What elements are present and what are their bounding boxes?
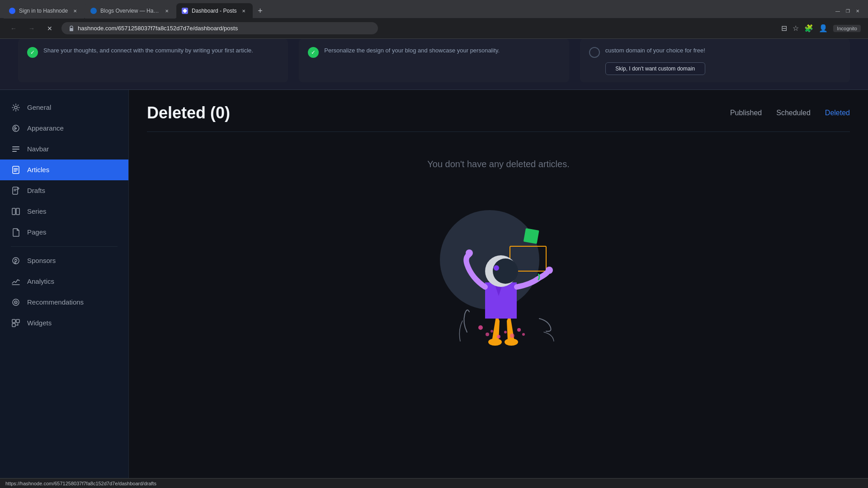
address-bar-icons: ⊟ ☆ 🧩 👤 Incognito (781, 24, 861, 33)
svg-point-30 (486, 333, 489, 336)
sidebar-item-pages[interactable]: Pages (0, 222, 128, 243)
sponsors-icon (11, 256, 21, 266)
appearance-icon (11, 123, 21, 133)
content-area: Deleted (0) Published Scheduled Deleted … (129, 90, 868, 488)
banner-check-1: ✓ (27, 47, 38, 58)
maximize-button[interactable]: ❐ (844, 8, 851, 14)
banner-content-3: custom domain of your choice for free! S… (605, 46, 705, 75)
back-button[interactable]: ← (7, 22, 20, 35)
svg-point-24 (466, 249, 473, 257)
sidebar: General Appearance Navbar (0, 90, 129, 488)
sidebar-item-widgets[interactable]: Widgets (0, 313, 128, 333)
svg-point-15 (15, 302, 16, 303)
tab2-favicon (90, 8, 97, 14)
svg-point-36 (522, 333, 525, 336)
profile-icon[interactable]: 👤 (819, 24, 828, 33)
pages-icon (11, 227, 21, 237)
svg-point-35 (517, 328, 521, 332)
bookmark-icon[interactable]: ☆ (793, 24, 799, 33)
svg-rect-16 (12, 319, 15, 323)
reload-button[interactable]: ✕ (43, 22, 56, 35)
deleted-illustration-svg (426, 188, 571, 350)
tab3-label: Dashboard - Posts (192, 8, 236, 14)
general-icon (11, 103, 21, 113)
window-controls: — ❐ ✕ (835, 8, 864, 14)
browser-tab-2[interactable]: Blogs Overview — Hashnode ✕ (85, 3, 175, 19)
tab2-close[interactable]: ✕ (164, 7, 170, 14)
browser-tabs-bar: Sign in to Hashnode ✕ Blogs Overview — H… (0, 0, 868, 18)
sidebar-label-pages: Pages (27, 228, 47, 236)
page-title: Deleted (0) (147, 103, 230, 122)
widgets-icon (11, 318, 21, 328)
browser-tab-3[interactable]: Dashboard - Posts ✕ (176, 3, 253, 19)
tab3-close[interactable]: ✕ (240, 7, 247, 14)
extensions-icon[interactable]: 🧩 (804, 24, 813, 33)
sidebar-label-widgets: Widgets (27, 319, 52, 327)
forward-button[interactable]: → (25, 22, 38, 35)
url-bar[interactable]: hashnode.com/6571258037f7fa8c152d7d7e/da… (61, 22, 378, 34)
svg-point-31 (491, 330, 493, 333)
svg-rect-10 (12, 208, 15, 215)
browser-chrome: Sign in to Hashnode ✕ Blogs Overview — H… (0, 0, 868, 39)
tab1-label: Sign in to Hashnode (19, 8, 68, 14)
tab2-label: Blogs Overview — Hashnode (100, 8, 160, 14)
svg-point-28 (494, 265, 499, 271)
sidebar-label-series: Series (27, 207, 47, 215)
banner-check-2: ✓ (308, 47, 319, 58)
svg-rect-6 (12, 149, 19, 150)
sidebar-item-articles[interactable]: Articles (0, 160, 128, 180)
svg-point-25 (546, 267, 553, 274)
sidebar-item-recommendations[interactable]: Recommendations (0, 292, 128, 313)
minimize-button[interactable]: — (835, 8, 841, 14)
sidebar-label-general: General (27, 103, 51, 111)
svg-point-22 (488, 338, 502, 346)
svg-rect-5 (12, 146, 19, 147)
sidebar-item-general[interactable]: General (0, 97, 128, 118)
empty-state: You don't have any deleted articles. (147, 150, 850, 350)
svg-rect-18 (12, 324, 15, 327)
svg-rect-11 (16, 208, 19, 215)
sidebar-label-sponsors: Sponsors (27, 257, 56, 264)
incognito-badge: Incognito (833, 25, 861, 32)
new-tab-button[interactable]: + (254, 5, 266, 17)
skip-domain-button[interactable]: Skip, I don't want custom domain (605, 62, 705, 75)
browser-tab-1[interactable]: Sign in to Hashnode ✕ (4, 3, 84, 19)
tab1-close[interactable]: ✕ (71, 7, 79, 14)
page-header: Deleted (0) Published Scheduled Deleted (147, 103, 850, 122)
banner-card-1: ✓ Share your thoughts, and connect with … (18, 39, 288, 82)
drafts-icon (11, 186, 21, 196)
analytics-icon (11, 277, 21, 286)
svg-point-29 (478, 325, 483, 330)
address-bar: ← → ✕ hashnode.com/6571258037f7fa8c152d7… (0, 18, 868, 39)
url-text: hashnode.com/6571258037f7fa8c152d7d7e/da… (78, 25, 238, 32)
banner-card-2: ✓ Personalize the design of your blog an… (299, 39, 569, 82)
lock-icon (69, 25, 74, 32)
banner-text-3: custom domain of your choice for free! (605, 46, 705, 55)
cast-icon[interactable]: ⊟ (781, 24, 787, 33)
banner-text-1: Share your thoughts, and connect with th… (43, 46, 253, 55)
sidebar-item-drafts[interactable]: Drafts (0, 180, 128, 201)
content-divider (147, 131, 850, 132)
svg-point-32 (497, 335, 500, 338)
banner-circle-3 (589, 47, 600, 58)
top-banner: ✓ Share your thoughts, and connect with … (0, 39, 868, 90)
tab-published[interactable]: Published (730, 107, 762, 119)
recommendations-icon (11, 297, 21, 307)
svg-point-23 (505, 338, 518, 346)
sidebar-label-articles: Articles (27, 166, 49, 174)
tab-scheduled[interactable]: Scheduled (776, 107, 811, 119)
sidebar-label-drafts: Drafts (27, 187, 45, 194)
series-icon (11, 206, 21, 216)
tab1-favicon (9, 8, 15, 14)
svg-rect-1 (70, 28, 73, 31)
sidebar-item-navbar[interactable]: Navbar (0, 139, 128, 160)
tab-deleted[interactable]: Deleted (825, 107, 850, 119)
sidebar-label-recommendations: Recommendations (27, 298, 84, 306)
sidebar-item-sponsors[interactable]: Sponsors (0, 250, 128, 271)
sidebar-label-analytics: Analytics (27, 277, 54, 285)
svg-point-4 (15, 127, 17, 129)
close-window-button[interactable]: ✕ (854, 8, 861, 14)
sidebar-item-series[interactable]: Series (0, 201, 128, 222)
sidebar-item-appearance[interactable]: Appearance (0, 118, 128, 139)
sidebar-item-analytics[interactable]: Analytics (0, 271, 128, 292)
